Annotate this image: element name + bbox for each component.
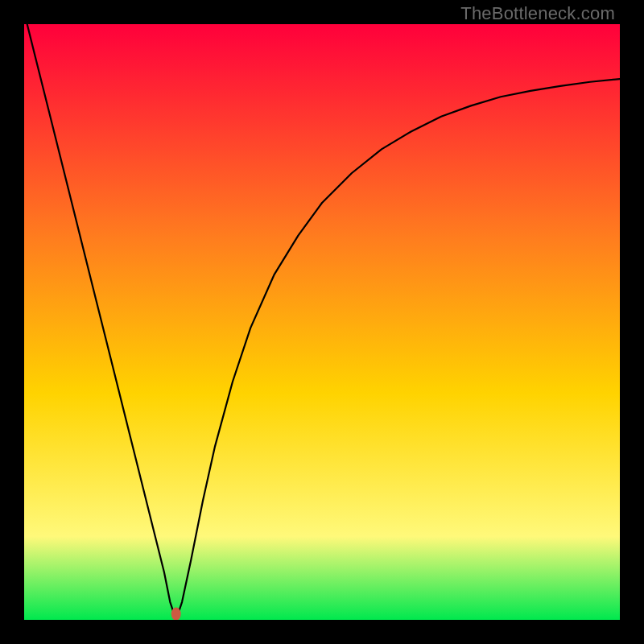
watermark-text: TheBottleneck.com: [460, 3, 615, 24]
chart-svg: [24, 24, 620, 620]
gradient-background: [24, 24, 620, 620]
chart-frame: [24, 24, 620, 620]
optimum-marker: [171, 608, 181, 620]
